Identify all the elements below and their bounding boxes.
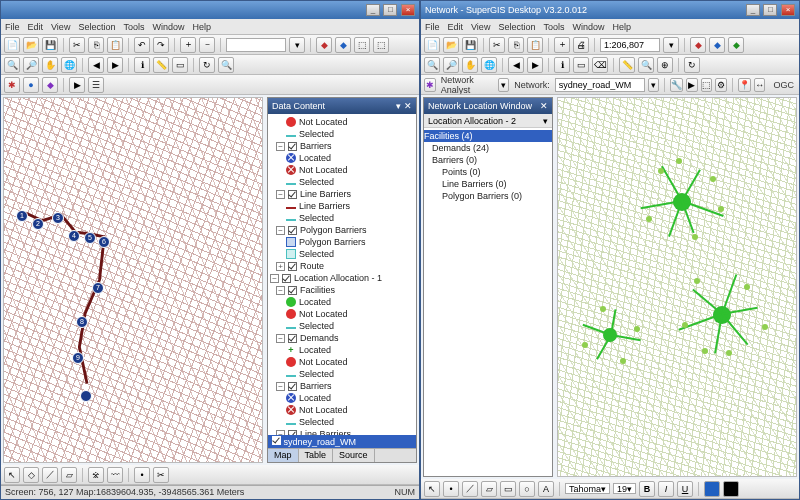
split-icon[interactable]: ✂	[153, 467, 169, 483]
clear-selection-icon[interactable]: ⌫	[592, 57, 608, 73]
identify-icon[interactable]: ℹ	[134, 57, 150, 73]
right-tab-ogc[interactable]: OGC	[771, 80, 796, 90]
cut-icon[interactable]: ✂	[489, 37, 505, 53]
minimize-button[interactable]: _	[366, 4, 380, 16]
route-stop[interactable]: 9	[72, 352, 84, 364]
scale-dropdown-icon[interactable]: ▾	[289, 37, 305, 53]
na-network-select[interactable]: sydney_road_WM	[555, 78, 645, 92]
copy-icon[interactable]: ⎘	[508, 37, 524, 53]
underline-icon[interactable]: U	[677, 481, 693, 497]
checkbox[interactable]	[288, 190, 297, 199]
panel-title[interactable]: Network Location Window ✕	[424, 98, 552, 114]
route-stop[interactable]: 3	[52, 212, 64, 224]
tree-demands[interactable]: Demands (24)	[426, 142, 550, 154]
active-layer-row[interactable]: sydney_road_WM	[268, 435, 416, 448]
line-color-icon[interactable]	[723, 481, 739, 497]
menu-tools[interactable]: Tools	[123, 22, 144, 32]
open-icon[interactable]: 📂	[443, 37, 459, 53]
route-stop[interactable]: 5	[84, 232, 96, 244]
measure-icon[interactable]: 📏	[619, 57, 635, 73]
collapse-icon[interactable]: −	[276, 226, 285, 235]
na-barrier-icon[interactable]: ◆	[42, 77, 58, 93]
draw-poly-icon[interactable]: ▱	[481, 481, 497, 497]
na-add-loc-icon[interactable]: 📍	[738, 78, 751, 92]
zoom-out-icon[interactable]: 🔎	[23, 57, 39, 73]
redo-icon[interactable]: ↷	[153, 37, 169, 53]
na-solve-icon[interactable]: ▶	[686, 78, 698, 92]
menu-file[interactable]: File	[5, 22, 20, 32]
xy-icon[interactable]: ⊕	[657, 57, 673, 73]
collapse-icon[interactable]: −	[276, 286, 285, 295]
next-extent-icon[interactable]: ▶	[527, 57, 543, 73]
copy-icon[interactable]: ⎘	[88, 37, 104, 53]
layer-tree[interactable]: Not Located Selected −Barriers Located N…	[268, 114, 416, 435]
font-size-select[interactable]: 19 ▾	[613, 483, 636, 494]
expand-icon[interactable]: +	[276, 262, 285, 271]
menu-view[interactable]: View	[51, 22, 70, 32]
menu-view[interactable]: View	[471, 22, 490, 32]
tool-a-icon[interactable]: ◆	[316, 37, 332, 53]
tree-facilities[interactable]: Facilities (4)	[424, 130, 552, 142]
maximize-button[interactable]: □	[383, 4, 397, 16]
cut-icon[interactable]: ✂	[69, 37, 85, 53]
italic-icon[interactable]: I	[658, 481, 674, 497]
na-window-icon[interactable]: ⬚	[701, 78, 713, 92]
tool-red-icon[interactable]: ◆	[690, 37, 706, 53]
text-icon[interactable]: A	[538, 481, 554, 497]
zoom-in-icon[interactable]: 🔍	[424, 57, 440, 73]
scale-input[interactable]	[226, 38, 286, 52]
checkbox[interactable]	[282, 274, 291, 283]
save-icon[interactable]: 💾	[462, 37, 478, 53]
zoom-out-icon[interactable]: 🔎	[443, 57, 459, 73]
collapse-icon[interactable]: −	[276, 334, 285, 343]
add-data-icon[interactable]: ＋	[554, 37, 570, 53]
tree-points[interactable]: Points (0)	[426, 166, 550, 178]
find-icon[interactable]: 🔍	[638, 57, 654, 73]
collapse-icon[interactable]: −	[276, 382, 285, 391]
tool-blue-icon[interactable]: ◆	[709, 37, 725, 53]
print-icon[interactable]: 🖨	[573, 37, 589, 53]
na-dropdown-icon[interactable]: ▾	[498, 78, 510, 92]
refresh-icon[interactable]: ↻	[684, 57, 700, 73]
titlebar[interactable]: _ □ ×	[1, 1, 419, 19]
checkbox[interactable]	[272, 436, 281, 445]
draw-point-icon[interactable]: •	[443, 481, 459, 497]
pointer-icon[interactable]: ↖	[4, 467, 20, 483]
checkbox[interactable]	[288, 334, 297, 343]
tool-green-icon[interactable]: ◆	[728, 37, 744, 53]
route-stop[interactable]: 8	[76, 316, 88, 328]
prev-extent-icon[interactable]: ◀	[508, 57, 524, 73]
font-select[interactable]: Tahoma ▾	[565, 483, 610, 494]
collapse-icon[interactable]: −	[270, 274, 279, 283]
next-extent-icon[interactable]: ▶	[107, 57, 123, 73]
pan-icon[interactable]: ✋	[462, 57, 478, 73]
add-layer-icon[interactable]: ＋	[180, 37, 196, 53]
tool-d-icon[interactable]: ⬚	[373, 37, 389, 53]
menu-window[interactable]: Window	[572, 22, 604, 32]
full-extent-icon[interactable]: 🌐	[481, 57, 497, 73]
route-stop[interactable]	[80, 390, 92, 402]
checkbox[interactable]	[288, 286, 297, 295]
map-view[interactable]	[557, 97, 797, 477]
find-icon[interactable]: 🔍	[218, 57, 234, 73]
menu-window[interactable]: Window	[152, 22, 184, 32]
identify-icon[interactable]: ℹ	[554, 57, 570, 73]
menu-selection[interactable]: Selection	[498, 22, 535, 32]
select-icon[interactable]: ▭	[172, 57, 188, 73]
checkbox[interactable]	[288, 226, 297, 235]
minimize-button[interactable]: _	[746, 4, 760, 16]
prev-extent-icon[interactable]: ◀	[88, 57, 104, 73]
map-view[interactable]: 1 2 3 4 5 6 7 8 9	[3, 97, 263, 463]
menu-selection[interactable]: Selection	[78, 22, 115, 32]
edit-vertex-icon[interactable]: ◇	[23, 467, 39, 483]
route-stop[interactable]: 2	[32, 218, 44, 230]
paste-icon[interactable]: 📋	[107, 37, 123, 53]
analysis-layer-select[interactable]: Location Allocation - 2 ▾	[424, 114, 552, 128]
close-button[interactable]: ×	[781, 4, 795, 16]
menu-edit[interactable]: Edit	[28, 22, 44, 32]
na-icon[interactable]: ✱	[424, 78, 436, 92]
tab-table[interactable]: Table	[299, 449, 334, 462]
na-directions-icon[interactable]: ☰	[88, 77, 104, 93]
collapse-icon[interactable]: −	[276, 142, 285, 151]
tool-b-icon[interactable]: ◆	[335, 37, 351, 53]
